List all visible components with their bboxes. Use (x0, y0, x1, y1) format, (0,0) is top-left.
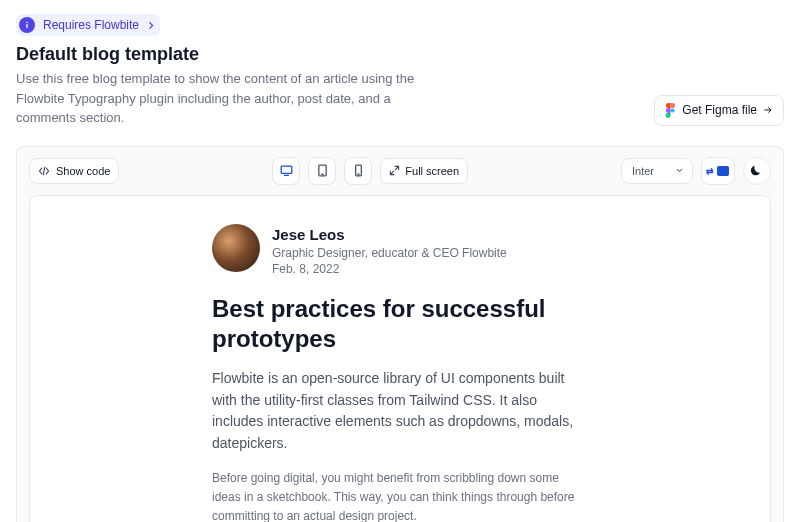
code-icon (38, 165, 50, 177)
requires-flowbite-badge[interactable]: Requires Flowbite (16, 14, 160, 36)
info-icon (19, 17, 35, 33)
preview-toolbar: Show code Full screen (17, 147, 783, 195)
rtl-toggle-button[interactable]: ⇄ (701, 157, 735, 185)
font-selected-label: Inter (632, 165, 654, 177)
page-description: Use this free blog template to show the … (16, 69, 446, 128)
viewport-desktop-button[interactable] (272, 157, 300, 185)
dark-mode-toggle[interactable] (743, 157, 771, 185)
svg-point-0 (26, 22, 28, 24)
font-family-select[interactable]: Inter (621, 158, 693, 184)
preview-panel: Show code Full screen (16, 146, 784, 523)
author-block: Jese Leos Graphic Designer, educator & C… (212, 224, 588, 279)
article-title: Best practices for successful prototypes (212, 294, 588, 354)
show-code-label: Show code (56, 165, 110, 177)
article-lead: Flowbite is an open-source library of UI… (212, 368, 588, 455)
preview-iframe: Jese Leos Graphic Designer, educator & C… (29, 195, 771, 523)
arrow-right-icon (763, 105, 773, 115)
article-paragraph: Before going digital, you might benefit … (212, 469, 588, 522)
show-code-button[interactable]: Show code (29, 158, 119, 184)
author-name: Jese Leos (272, 224, 507, 245)
full-screen-button[interactable]: Full screen (380, 158, 468, 184)
expand-icon (389, 165, 400, 176)
badge-label: Requires Flowbite (43, 18, 139, 32)
page-title: Default blog template (16, 44, 446, 65)
svg-rect-3 (281, 166, 292, 173)
figma-button-label: Get Figma file (682, 103, 757, 117)
svg-point-7 (358, 174, 359, 175)
svg-rect-1 (26, 24, 27, 28)
full-screen-label: Full screen (405, 165, 459, 177)
rtl-toggle-indicator (717, 166, 729, 176)
blog-article: Jese Leos Graphic Designer, educator & C… (200, 224, 600, 523)
moon-icon (750, 164, 763, 177)
author-role: Graphic Designer, educator & CEO Flowbit… (272, 245, 507, 262)
rtl-toggle-icon: ⇄ (706, 166, 714, 176)
post-date: Feb. 8, 2022 (272, 261, 507, 278)
get-figma-file-button[interactable]: Get Figma file (654, 95, 784, 126)
svg-point-2 (671, 108, 675, 112)
chevron-right-icon (147, 21, 156, 30)
author-avatar (212, 224, 260, 272)
figma-icon (665, 103, 676, 118)
svg-point-5 (322, 174, 323, 175)
chevron-down-icon (675, 165, 684, 177)
viewport-mobile-button[interactable] (344, 157, 372, 185)
viewport-tablet-button[interactable] (308, 157, 336, 185)
